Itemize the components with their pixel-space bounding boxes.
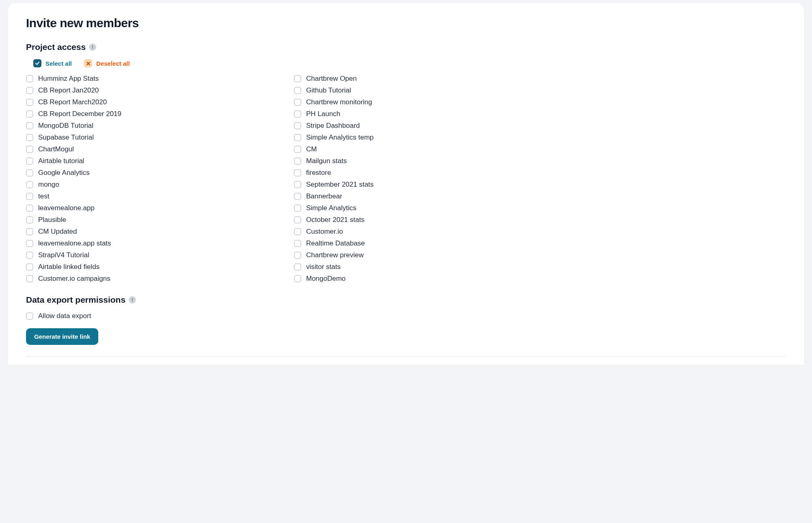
project-checkbox[interactable] [26, 75, 33, 82]
project-row[interactable]: Github Tutorial [294, 86, 538, 95]
project-row[interactable]: Customer.io campaigns [26, 275, 270, 283]
project-row[interactable]: MongoDB Tutorial [26, 122, 270, 130]
project-checkbox[interactable] [26, 146, 33, 153]
project-label: ChartMogul [38, 145, 74, 153]
project-checkbox[interactable] [294, 134, 301, 141]
project-row[interactable]: CM Updated [26, 228, 270, 236]
project-row[interactable]: Simple Analytics [294, 204, 538, 212]
project-checkbox[interactable] [26, 169, 33, 176]
project-label: Customer.io [306, 228, 343, 236]
project-checkbox[interactable] [26, 157, 33, 165]
project-checkbox[interactable] [294, 169, 301, 176]
project-checkbox[interactable] [26, 122, 33, 129]
project-row[interactable]: Chartbrew preview [294, 251, 538, 259]
project-label: leavemealone.app stats [38, 239, 111, 248]
project-row[interactable]: leavemealone.app [26, 204, 270, 212]
project-checkbox[interactable] [294, 204, 301, 212]
projects-grid: Humminz App StatsCB Report Jan2020CB Rep… [26, 75, 538, 283]
project-checkbox[interactable] [294, 240, 301, 247]
generate-invite-link-button[interactable]: Generate invite link [26, 328, 98, 345]
project-label: Supabase Tutorial [38, 133, 94, 142]
project-row[interactable]: Mailgun stats [294, 157, 538, 165]
project-checkbox[interactable] [26, 216, 33, 224]
project-checkbox[interactable] [26, 240, 33, 247]
project-checkbox[interactable] [294, 275, 301, 282]
project-checkbox[interactable] [294, 193, 301, 200]
project-row[interactable]: visitor stats [294, 263, 538, 271]
project-row[interactable]: Bannerbear [294, 192, 538, 200]
project-label: Plausible [38, 216, 66, 224]
project-label: visitor stats [306, 263, 341, 271]
project-row[interactable]: Realtime Database [294, 239, 538, 248]
project-label: CB Report Jan2020 [38, 86, 99, 95]
project-checkbox[interactable] [294, 122, 301, 129]
project-row[interactable]: Chartbrew monitoring [294, 98, 538, 106]
projects-column-1: Humminz App StatsCB Report Jan2020CB Rep… [26, 75, 270, 283]
project-row[interactable]: CM [294, 145, 538, 153]
project-label: MongoDemo [306, 275, 346, 283]
project-row[interactable]: CB Report December 2019 [26, 110, 270, 118]
project-label: Bannerbear [306, 192, 342, 200]
project-checkbox[interactable] [294, 263, 301, 271]
project-checkbox[interactable] [26, 204, 33, 212]
close-icon [84, 59, 92, 67]
project-row[interactable]: Stripe Dashboard [294, 122, 538, 130]
project-row[interactable]: Humminz App Stats [26, 75, 270, 83]
project-row[interactable]: Google Analytics [26, 169, 270, 177]
project-checkbox[interactable] [294, 87, 301, 94]
project-label: leavemealone.app [38, 204, 95, 212]
project-checkbox[interactable] [26, 275, 33, 282]
divider [26, 356, 786, 357]
project-label: firestore [306, 169, 331, 177]
project-checkbox[interactable] [294, 110, 301, 118]
project-row[interactable]: Airtable tutorial [26, 157, 270, 165]
project-row[interactable]: leavemealone.app stats [26, 239, 270, 248]
project-label: StrapiV4 Tutorial [38, 251, 89, 259]
project-checkbox[interactable] [294, 99, 301, 106]
project-checkbox[interactable] [26, 263, 33, 271]
project-row[interactable]: Chartbrew Open [294, 75, 538, 83]
project-row[interactable]: PH Launch [294, 110, 538, 118]
project-label: CB Report March2020 [38, 98, 107, 106]
info-icon[interactable]: ! [129, 296, 136, 303]
allow-data-export-row[interactable]: Allow data export [26, 312, 786, 320]
project-row[interactable]: September 2021 stats [294, 181, 538, 189]
project-row[interactable]: test [26, 192, 270, 200]
project-row[interactable]: StrapiV4 Tutorial [26, 251, 270, 259]
project-row[interactable]: MongoDemo [294, 275, 538, 283]
project-checkbox[interactable] [26, 87, 33, 94]
project-checkbox[interactable] [26, 110, 33, 118]
project-checkbox[interactable] [294, 157, 301, 165]
project-checkbox[interactable] [294, 228, 301, 235]
project-row[interactable]: Customer.io [294, 228, 538, 236]
project-checkbox[interactable] [294, 181, 301, 188]
project-row[interactable]: CB Report Jan2020 [26, 86, 270, 95]
project-row[interactable]: firestore [294, 169, 538, 177]
project-checkbox[interactable] [294, 146, 301, 153]
project-checkbox[interactable] [26, 228, 33, 235]
info-icon[interactable]: ! [89, 43, 96, 51]
project-row[interactable]: Simple Analytics temp [294, 133, 538, 142]
deselect-all-button[interactable]: Deselect all [84, 59, 130, 67]
project-row[interactable]: Supabase Tutorial [26, 133, 270, 142]
project-row[interactable]: October 2021 stats [294, 216, 538, 224]
projects-column-2: Chartbrew OpenGithub TutorialChartbrew m… [294, 75, 538, 283]
project-checkbox[interactable] [26, 252, 33, 259]
project-label: MongoDB Tutorial [38, 122, 93, 130]
project-row[interactable]: CB Report March2020 [26, 98, 270, 106]
project-label: Github Tutorial [306, 86, 351, 95]
deselect-all-label: Deselect all [96, 60, 130, 67]
project-checkbox[interactable] [26, 181, 33, 188]
project-row[interactable]: Plausible [26, 216, 270, 224]
project-row[interactable]: ChartMogul [26, 145, 270, 153]
allow-data-export-checkbox[interactable] [26, 312, 33, 320]
project-row[interactable]: mongo [26, 181, 270, 189]
project-checkbox[interactable] [26, 99, 33, 106]
select-all-button[interactable]: Select all [33, 59, 72, 67]
project-checkbox[interactable] [26, 134, 33, 141]
project-checkbox[interactable] [294, 216, 301, 224]
project-checkbox[interactable] [294, 75, 301, 82]
project-row[interactable]: Airtable linked fields [26, 263, 270, 271]
project-checkbox[interactable] [294, 252, 301, 259]
project-checkbox[interactable] [26, 193, 33, 200]
